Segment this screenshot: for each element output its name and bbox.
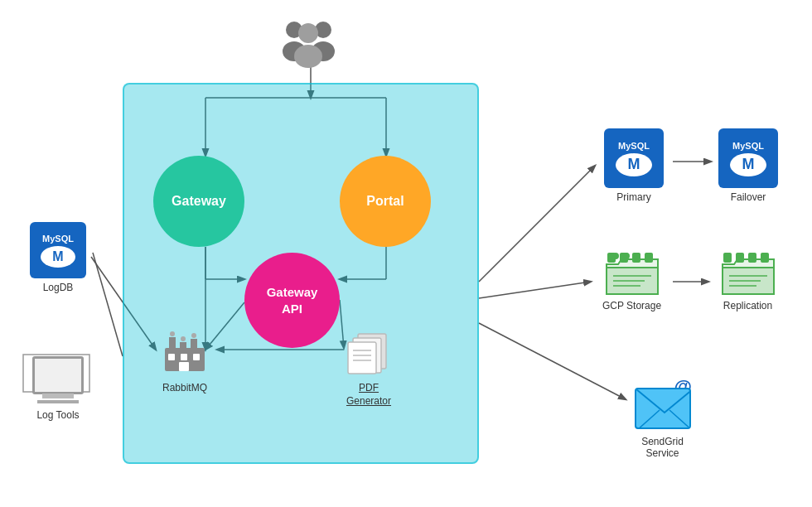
rabbitmq-label: RabbitMQ	[156, 382, 214, 394]
svg-line-21	[93, 253, 123, 356]
svg-line-18	[479, 282, 591, 298]
svg-rect-34	[193, 354, 200, 360]
mysql-primary-component: MySQL M Primary	[597, 128, 671, 203]
sendgrid-label: SendGridService	[623, 436, 702, 459]
mysql-failover-component: MySQL M Failover	[711, 128, 785, 203]
svg-line-62	[636, 410, 660, 429]
svg-rect-59	[736, 253, 744, 263]
svg-point-27	[294, 45, 322, 68]
svg-rect-29	[169, 337, 176, 350]
gateway-component: Gateway	[153, 156, 244, 247]
pdf-generator-component: PDFGenerator	[336, 327, 402, 408]
logtools-label: Log Tools	[25, 409, 91, 421]
svg-rect-30	[180, 342, 186, 350]
svg-point-38	[191, 333, 196, 338]
users-icon	[278, 15, 340, 75]
svg-rect-41	[348, 342, 376, 374]
svg-rect-31	[191, 339, 197, 350]
diagram-container: Gateway Portal GatewayAPI RabbitMQ	[0, 0, 812, 507]
rabbitmq-component: RabbitMQ	[156, 327, 214, 394]
logtools-component: Log Tools	[25, 356, 91, 421]
svg-rect-51	[607, 253, 616, 263]
portal-component: Portal	[340, 156, 431, 247]
svg-rect-58	[723, 253, 732, 263]
svg-point-26	[298, 23, 318, 43]
mysql-failover-label: Failover	[711, 191, 785, 203]
svg-rect-53	[632, 253, 640, 263]
sendgrid-component: @ SendGridService	[623, 388, 702, 459]
mysql-primary-label: Primary	[597, 191, 671, 203]
logdb-label: LogDB	[25, 282, 91, 293]
svg-rect-35	[179, 362, 189, 371]
svg-rect-54	[645, 253, 653, 263]
svg-line-63	[669, 410, 691, 429]
svg-point-37	[181, 336, 186, 341]
svg-line-20	[479, 323, 626, 399]
gateway-api-component: GatewayAPI	[244, 253, 340, 348]
svg-rect-52	[620, 253, 628, 263]
svg-point-36	[170, 331, 175, 336]
pdf-generator-label: PDFGenerator	[336, 382, 402, 408]
svg-rect-32	[168, 354, 175, 360]
svg-rect-33	[181, 354, 187, 360]
svg-line-16	[479, 166, 595, 282]
svg-rect-61	[761, 253, 769, 263]
svg-rect-60	[748, 253, 756, 263]
replication-label: Replication	[708, 300, 787, 311]
gcp-storage-component: GCP Storage	[592, 253, 671, 311]
logdb-component: MySQL M LogDB	[25, 222, 91, 293]
gcp-storage-label: GCP Storage	[592, 300, 671, 311]
replication-component: Replication	[708, 253, 787, 311]
